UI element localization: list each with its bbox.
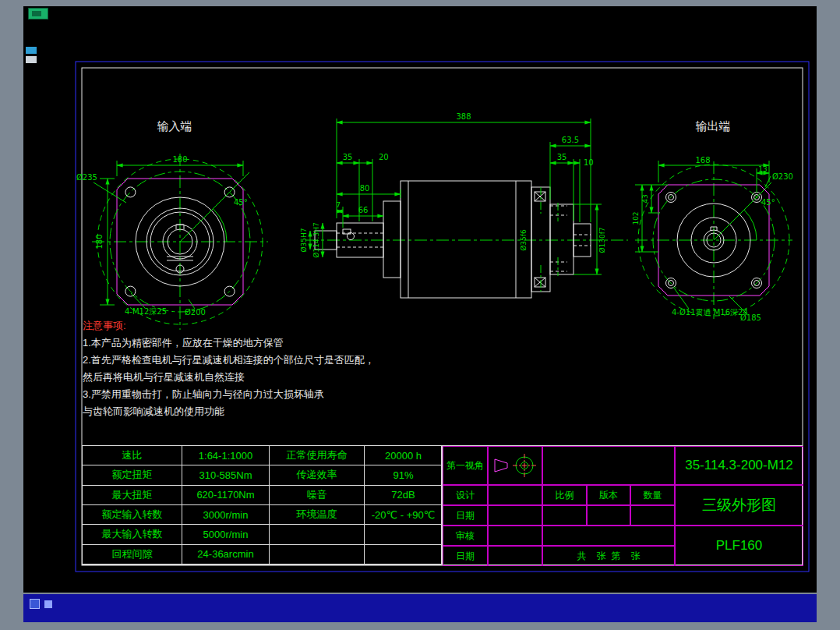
dim-side-f: 7 [336,201,341,209]
note-line: 2.首先严格检查电机与行星减速机相连接的个部位尺寸是否匹配， [83,352,449,369]
dim-input-holes: 4-M12深25 [125,307,167,316]
dim-side-c: 35 [557,153,567,161]
dim-side-b: 20 [379,153,389,161]
version-value [587,505,630,526]
scale-label: 比例 [542,485,587,505]
dim-side-a: 35 [343,153,353,161]
output-view-title: 输出端 [696,119,731,133]
side-feature-centerlines [541,187,558,292]
dim-side-out-spigot: Ø130f7 [598,227,606,253]
spec-label: 额定扭矩 [83,465,182,485]
spec-value: 620-1170Nm [182,486,270,505]
spec-value: 1:64-1:1000 [182,446,270,465]
scale-value [542,505,587,526]
output-angle-line [714,182,771,240]
title-block-blank-top [542,446,675,485]
drawing-name: 三级外形图 [675,485,803,526]
side-dimensions [310,119,602,274]
dim-side-in-spigot: Ø114.3H7 [312,222,320,257]
note-line: 3.严禁用重物击打，防止轴向力与径向力过大损坏轴承 [83,386,449,403]
spec-label: 回程间隙 [83,545,182,565]
note-line: 1.本产品为精密部件，应放在干燥的地方保管 [83,334,449,352]
spec-value: 72dB [365,486,443,505]
first-angle-projection-icon [489,447,542,484]
dim-output-v-outer: 102 [632,211,640,225]
spec-table: 速比 1:64-1:1000 正常使用寿命 20000 h 额定扭矩 310-5… [82,445,442,565]
dim-side-d: 10 [584,158,594,167]
dim-side-g: 66 [358,206,369,214]
notes-heading: 注意事项: [83,317,449,334]
spec-label: 速比 [83,446,182,465]
dim-input-outer-dia: Ø235 [76,173,97,182]
spec-label [270,545,365,565]
dim-output-bolt-circle: Ø185 [740,313,761,322]
sheets-label: 共 张 第 张 [542,546,675,566]
dim-side-e: 80 [360,184,370,193]
output-end-view: 168 13 Ø230 45° 102 43 4-Ø11贯通 M16深24 Ø1… [632,156,793,322]
input-end-view: 180 180 Ø235 45° 4-M12深25 Ø200 [76,154,268,330]
dim-output-v-inner: 43 [641,194,649,203]
date2-value [488,546,542,566]
design-value [488,485,542,505]
spec-value: 5000r/min [182,525,270,544]
quantity-label: 数量 [630,485,675,505]
dim-output-angle: 45° [761,198,775,207]
input-angle-line [180,172,249,242]
dim-input-angle: 45° [234,198,248,207]
statusbar-icon-1[interactable] [30,599,40,609]
spec-label: 环境温度 [270,505,365,525]
side-view: 388 63.5 35 20 35 10 80 7 66 Ø35H7 Ø114.… [300,112,628,298]
spec-value [365,525,443,544]
dim-input-bolt-circle: Ø200 [185,308,206,317]
spec-value: 24-36arcmin [182,545,270,565]
spec-value: 20000 h [365,446,443,465]
version-label: 版本 [587,485,630,505]
quantity-value [630,505,675,526]
notes-block: 注意事项: 1.本产品为精密部件，应放在干燥的地方保管 2.首先严格检查电机与行… [83,317,449,420]
statusbar [23,594,817,622]
dim-output-holes: 4-Ø11贯通 M16深24 [672,308,748,317]
spec-label: 最大扭矩 [83,486,182,505]
audit-label: 审核 [443,526,488,546]
spec-value: -20℃ - +90℃ [365,505,443,525]
dim-output-width: 168 [695,156,710,165]
statusbar-icon-2[interactable] [44,600,52,608]
spec-value [365,545,443,565]
title-block: 第一视角 设计 比例 版本 数量 日期 审核 日期 共 张 第 张 35-114… [442,445,803,565]
spec-label: 额定输入转数 [83,505,182,525]
dim-side-out-len: 63.5 [562,136,579,144]
model-number: 35-114.3-200-M12 [675,446,803,485]
dim-side-overall: 388 [456,112,471,121]
audit-value [488,526,542,546]
dim-output-edge: 13 [758,165,767,173]
spec-label: 传递效率 [270,465,365,485]
spec-label: 最大输入转数 [83,525,182,544]
input-dimensions [94,161,243,309]
title-block-blank-mid [542,526,675,546]
spec-label [270,525,365,544]
dim-side-in-bore: Ø35H7 [300,228,308,252]
dim-side-out-flange: Ø35f6 [520,229,528,251]
dim-output-outer-dia: Ø230 [772,172,793,181]
spec-value: 91% [365,465,443,485]
spec-value: 310-585Nm [182,465,270,485]
first-angle-label: 第一视角 [443,446,488,485]
spec-label: 正常使用寿命 [270,446,365,465]
spec-label: 噪音 [270,486,365,505]
date1-value [488,505,542,526]
note-line: 与齿轮而影响减速机的使用功能 [83,403,449,420]
side-geometry [315,181,591,298]
dim-input-width: 180 [172,155,187,164]
input-view-title: 输入端 [157,119,192,133]
design-label: 设计 [443,485,488,505]
spec-value: 3000r/min [182,505,270,525]
note-line: 然后再将电机与行星减速机自然连接 [83,369,449,386]
product-name: PLF160 [675,526,803,566]
date2-label: 日期 [443,546,488,566]
projection-symbol-cell [488,446,542,485]
dim-input-height: 180 [95,234,104,249]
date1-label: 日期 [443,505,488,526]
